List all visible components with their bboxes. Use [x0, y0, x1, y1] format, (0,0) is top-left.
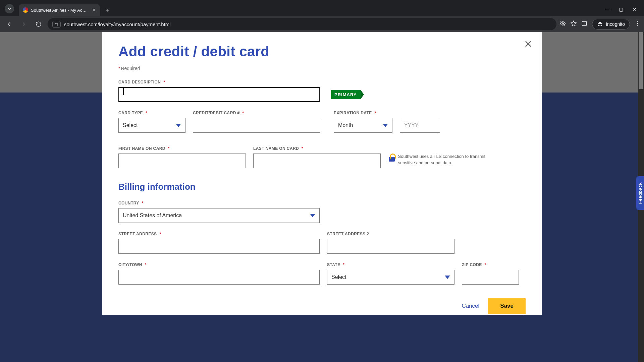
new-tab-button[interactable]: ＋ — [103, 5, 112, 15]
last-name-input[interactable] — [253, 154, 381, 168]
side-panel-icon[interactable] — [581, 20, 587, 28]
save-button[interactable]: Save — [488, 298, 526, 314]
address-bar[interactable]: ⇆ southwest.com/loyalty/myaccount/paymen… — [48, 18, 556, 30]
window-controls: ― ▢ ✕ — [605, 7, 644, 16]
bookmark-icon[interactable] — [571, 20, 577, 28]
card-description-label: CARD DESCRIPTION * — [118, 80, 320, 84]
card-type-label: CARD TYPE * — [118, 111, 185, 115]
incognito-label: Incognito — [606, 21, 625, 27]
nav-forward-button[interactable] — [18, 18, 30, 30]
tab-strip: Southwest Airlines - My Accou ✕ ＋ — [0, 0, 605, 16]
cancel-button[interactable]: Cancel — [462, 303, 479, 309]
lock-icon — [388, 154, 393, 162]
street2-label: STREET ADDRESS 2 — [327, 232, 454, 236]
nav-reload-button[interactable] — [33, 18, 44, 30]
window-maximize-icon[interactable]: ▢ — [619, 7, 623, 12]
expiration-label: EXPIRATION DATE * — [334, 111, 392, 115]
zip-input[interactable] — [462, 270, 519, 285]
expiration-month-select[interactable]: Month — [334, 118, 392, 133]
chevron-down-icon — [310, 214, 315, 217]
chevron-down-icon — [383, 124, 388, 127]
chevron-down-icon — [445, 276, 450, 279]
card-description-input[interactable] — [118, 87, 320, 102]
add-card-modal: ✕ Add credit / debit card *Required CARD… — [102, 32, 542, 315]
text-caret — [123, 88, 124, 95]
country-label: COUNTRY * — [118, 201, 320, 205]
window-close-icon[interactable]: ✕ — [633, 7, 637, 12]
city-input[interactable] — [118, 270, 320, 285]
tab-title: Southwest Airlines - My Accou — [31, 8, 88, 13]
url-text: southwest.com/loyalty/myaccount/payment.… — [64, 21, 171, 27]
nav-back-button[interactable] — [3, 18, 15, 30]
browser-tab[interactable]: Southwest Airlines - My Accou ✕ — [19, 4, 100, 16]
svg-point-2 — [637, 21, 638, 22]
country-select[interactable]: United States of America — [118, 208, 320, 223]
state-label: STATE * — [327, 262, 454, 267]
spacer-label — [400, 111, 440, 115]
incognito-indicator[interactable]: Incognito — [592, 19, 630, 29]
first-name-label: FIRST NAME ON CARD * — [118, 146, 246, 151]
required-note: *Required — [118, 66, 526, 71]
tab-favicon — [23, 7, 28, 13]
chevron-down-icon — [176, 124, 181, 127]
tracking-blocked-icon[interactable] — [560, 20, 566, 28]
browser-menu-icon[interactable] — [635, 20, 641, 28]
modal-actions: Cancel Save — [462, 298, 526, 315]
window-minimize-icon[interactable]: ― — [605, 7, 609, 12]
browser-toolbar: ⇆ southwest.com/loyalty/myaccount/paymen… — [0, 16, 644, 32]
modal-title: Add credit / debit card — [118, 44, 526, 60]
page-viewport: Feedback ✕ Add credit / debit card *Requ… — [0, 32, 644, 362]
feedback-tab[interactable]: Feedback — [636, 176, 644, 210]
first-name-input[interactable] — [118, 154, 246, 168]
state-select[interactable]: Select — [327, 270, 454, 285]
svg-point-4 — [637, 25, 638, 26]
tls-note: Southwest uses a TLS connection to trans… — [388, 154, 499, 166]
street1-input[interactable] — [118, 239, 320, 254]
street1-label: STREET ADDRESS * — [118, 232, 320, 236]
city-label: CITY/TOWN * — [118, 262, 320, 267]
expiration-year-input[interactable] — [400, 118, 440, 133]
svg-point-3 — [637, 23, 638, 24]
svg-rect-1 — [582, 21, 587, 25]
billing-heading: Billing information — [118, 182, 526, 192]
primary-badge: PRIMARY — [331, 90, 361, 99]
card-type-select[interactable]: Select — [118, 118, 185, 133]
tab-close-icon[interactable]: ✕ — [92, 7, 96, 13]
card-number-input[interactable] — [193, 118, 320, 133]
scrollbar-thumb[interactable] — [639, 32, 643, 89]
site-info-icon[interactable]: ⇆ — [52, 21, 61, 28]
browser-titlebar: Southwest Airlines - My Accou ✕ ＋ ― ▢ ✕ — [0, 0, 644, 16]
card-number-label: CREDIT/DEBIT CARD # * — [193, 111, 320, 115]
last-name-label: LAST NAME ON CARD * — [253, 146, 381, 151]
street2-input[interactable] — [327, 239, 454, 254]
modal-close-button[interactable]: ✕ — [524, 38, 532, 50]
tab-search-button[interactable] — [5, 4, 14, 13]
zip-label: ZIP CODE * — [462, 262, 519, 267]
